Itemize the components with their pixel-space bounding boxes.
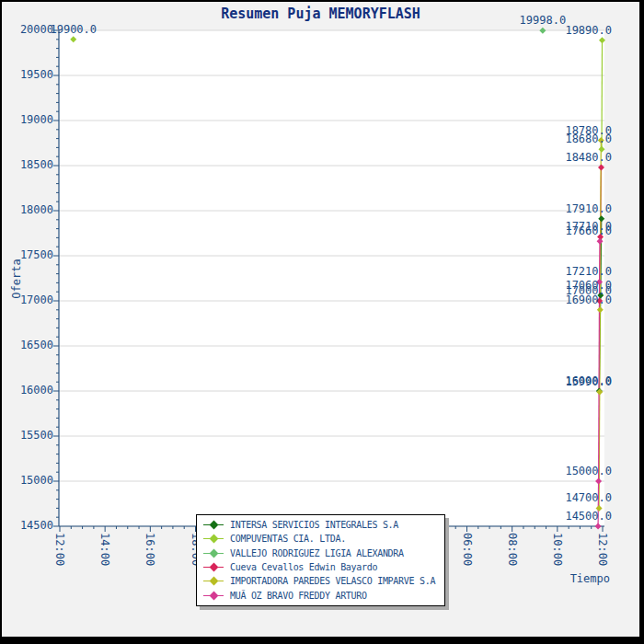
y-tick-label: 19500 bbox=[11, 69, 53, 80]
value-label: 17910.0 bbox=[558, 203, 612, 214]
x-tick-label: 10:00 bbox=[552, 533, 563, 566]
x-tick-label: 06:00 bbox=[462, 533, 473, 566]
legend-item: VALLEJO RODRIGUEZ LIGIA ALEXANDRA bbox=[203, 546, 438, 560]
legend-box: INTERSA SERVICIOS INTEGRALES S.ACOMPUVEN… bbox=[196, 514, 445, 606]
y-tick-label: 16500 bbox=[11, 339, 53, 351]
value-label: 18780.0 bbox=[558, 125, 612, 136]
value-label: 18480.0 bbox=[558, 152, 612, 163]
legend-item: IMPORTADORA PAREDES VELASCO IMPARVE S.A bbox=[203, 574, 438, 588]
y-tick-label: 16000 bbox=[11, 385, 53, 396]
legend-series-marker-icon bbox=[203, 577, 224, 585]
value-label: 15000.0 bbox=[558, 466, 612, 477]
x-tick-label: 12:00 bbox=[54, 533, 65, 566]
value-label: 17210.0 bbox=[558, 266, 612, 277]
value-label: 19900.0 bbox=[47, 24, 100, 35]
value-label: 19890.0 bbox=[558, 25, 612, 36]
y-tick-label: 14500 bbox=[11, 520, 53, 531]
value-label: 14500.0 bbox=[558, 511, 612, 522]
legend-series-marker-icon bbox=[203, 563, 224, 571]
y-tick-label: 19000 bbox=[11, 114, 53, 125]
x-tick-label: 12:00 bbox=[597, 533, 608, 566]
y-tick-label: 15500 bbox=[11, 430, 53, 441]
value-label: 16900.0 bbox=[558, 294, 612, 305]
x-tick-label: 16:00 bbox=[144, 533, 155, 566]
legend-series-marker-icon bbox=[203, 592, 224, 600]
legend-label: Cueva Cevallos Edwin Bayardo bbox=[230, 562, 377, 572]
x-tick-label: 08:00 bbox=[507, 533, 518, 566]
legend-label: COMPUVENTAS CIA. LTDA. bbox=[230, 534, 346, 544]
y-tick-label: 18000 bbox=[11, 204, 53, 215]
value-label: 19998.0 bbox=[516, 15, 569, 26]
value-label: 14700.0 bbox=[558, 492, 612, 503]
y-tick-label: 18500 bbox=[11, 159, 53, 170]
y-tick-label: 15000 bbox=[11, 475, 53, 486]
legend-item: INTERSA SERVICIOS INTEGRALES S.A bbox=[203, 518, 438, 532]
y-axis-title: Oferta bbox=[10, 251, 23, 306]
legend-item: MUÃ OZ BRAVO FREDDY ARTURO bbox=[203, 589, 438, 603]
legend-item: Cueva Cevallos Edwin Bayardo bbox=[203, 560, 438, 574]
legend-label: INTERSA SERVICIOS INTEGRALES S.A bbox=[230, 520, 398, 530]
value-label: 17660.0 bbox=[558, 225, 612, 236]
legend-label: MUÃ OZ BRAVO FREDDY ARTURO bbox=[230, 591, 367, 601]
x-axis-title: Tiempo bbox=[568, 572, 610, 585]
legend-series-marker-icon bbox=[203, 535, 224, 543]
legend-series-marker-icon bbox=[203, 521, 224, 529]
legend-label: VALLEJO RODRIGUEZ LIGIA ALEXANDRA bbox=[230, 548, 404, 558]
legend-item: COMPUVENTAS CIA. LTDA. bbox=[203, 532, 438, 546]
chart-window: Resumen Puja MEMORYFLASH 145001500015500… bbox=[0, 0, 644, 644]
x-tick-label: 14:00 bbox=[99, 533, 110, 566]
legend-label: IMPORTADORA PAREDES VELASCO IMPARVE S.A bbox=[230, 576, 435, 586]
plot-area bbox=[59, 30, 604, 526]
value-label: 15990.0 bbox=[558, 376, 612, 387]
legend-series-marker-icon bbox=[203, 549, 224, 558]
